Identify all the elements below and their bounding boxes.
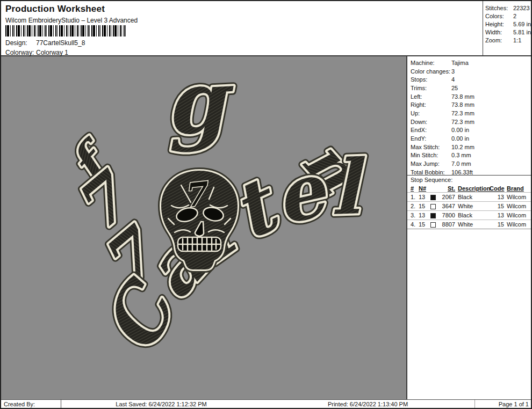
machine-row: Down:72.3 mm <box>411 118 531 126</box>
footer: Created By: Last Saved: 6/24/2022 1:12:3… <box>1 399 531 408</box>
stat-row-stitches: Stitches:22323 <box>485 4 531 12</box>
stop-sequence-header-row: # N# St. Description Code Brand <box>407 184 531 192</box>
machine-info-panel: Machine:Tajima Color changes:3 Stops:4 T… <box>406 56 531 399</box>
machine-row: Machine:Tajima <box>411 59 531 67</box>
thread-color-swatch <box>430 213 436 218</box>
machine-row: Right:73.8 mm <box>411 100 531 109</box>
software-subtitle: Wilcom EmbroideryStudio – Level 3 Advanc… <box>5 17 138 24</box>
machine-row: Color changes:3 <box>411 67 531 76</box>
stat-row-width: Width:5.81 in <box>485 28 531 36</box>
barcode-icon <box>5 25 126 36</box>
stop-sequence-section: Stop Sequence: # N# St. Description Code… <box>407 175 531 229</box>
thread-color-swatch <box>430 204 436 209</box>
page-title: Production Worksheet <box>5 4 105 14</box>
stop-sequence-title: Stop Sequence: <box>407 176 531 184</box>
machine-row: EndX:0.00 in <box>411 126 531 135</box>
printed-timestamp: Printed: 6/24/2022 1:13:40 PM <box>261 401 475 407</box>
header: Production Worksheet Wilcom EmbroiderySt… <box>1 1 531 56</box>
stat-row-colors: Colors:2 <box>485 12 531 20</box>
design-value: 77CartelSkull5_8 <box>36 39 85 47</box>
design-field: Design: 77CartelSkull5_8 <box>5 39 85 47</box>
stat-row-height: Height:5.69 in <box>485 20 531 28</box>
machine-row: Max Stitch:10.2 mm <box>411 143 531 151</box>
embroidery-design: f f g g n n 77 77 Cartel <box>1 56 406 399</box>
created-by-label: Created By: <box>1 400 61 408</box>
machine-row: Max Jump:7.0 mm <box>411 159 531 168</box>
thread-color-swatch <box>430 195 436 200</box>
colorway-label: Colorway: <box>5 49 36 56</box>
thread-color-swatch <box>430 222 436 228</box>
stat-row-zoom: Zoom:1:1 <box>485 36 531 45</box>
svg-text:g: g <box>162 56 237 155</box>
circle-letter-top: g g <box>162 56 237 155</box>
last-saved-timestamp: Last Saved: 6/24/2022 1:12:32 PM <box>61 401 261 407</box>
stop-sequence-row: 4. 15 8807 White 15 Wilcom <box>407 220 531 229</box>
stop-sequence-row: 1. 13 2067 Black 13 Wilcom <box>407 192 531 201</box>
colorway-field: Colorway: Colorway 1 <box>5 49 68 56</box>
machine-row: EndY:0.00 in <box>411 134 531 143</box>
machine-row: Left:73.8 mm <box>411 92 531 101</box>
machine-row: Up:72.3 mm <box>411 109 531 118</box>
design-label: Design: <box>5 39 36 47</box>
machine-row: Trims:25 <box>411 84 531 92</box>
summary-stats-box: Stitches:22323 Colors:2 Height:5.69 in W… <box>483 1 531 55</box>
machine-row: Min Stitch:0.3 mm <box>411 151 531 160</box>
page-indicator: Page 1 of 1 <box>475 400 531 408</box>
machine-row: Stops:4 <box>411 75 531 84</box>
stop-sequence-row: 2. 15 3647 White 15 Wilcom <box>407 201 531 210</box>
design-preview-canvas: f f g g n n 77 77 Cartel <box>1 56 406 399</box>
colorway-value: Colorway 1 <box>36 49 68 56</box>
stop-sequence-row: 3. 13 7800 Black 13 Wilcom <box>407 210 531 220</box>
machine-info-list: Machine:Tajima Color changes:3 Stops:4 T… <box>407 56 531 177</box>
production-worksheet-page: Production Worksheet Wilcom EmbroiderySt… <box>0 0 532 409</box>
